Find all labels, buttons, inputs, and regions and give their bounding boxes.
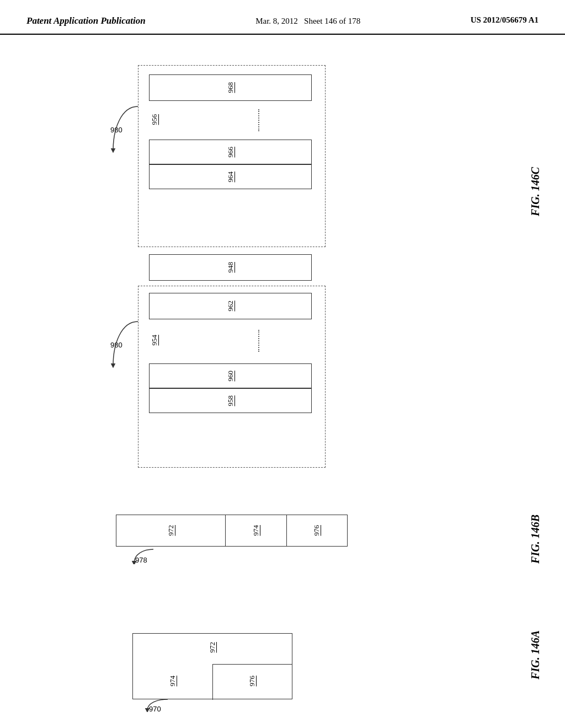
label-976-a: 976 — [247, 675, 258, 688]
publication-number: US 2012/056679 A1 — [471, 15, 539, 25]
label-974-b: 974 — [250, 524, 262, 537]
label-960: 960 — [225, 370, 236, 383]
box-958: 958 — [149, 388, 312, 413]
box-956-area: 956 — [149, 106, 276, 133]
box-954-area: 954 — [149, 327, 276, 354]
box-966: 966 — [149, 140, 312, 164]
box-968: 968 — [149, 74, 312, 101]
label-974-a: 974 — [167, 675, 178, 688]
label-958: 958 — [225, 394, 236, 408]
box-974-b: 974 — [226, 515, 286, 546]
box-976-a: 976 — [212, 663, 292, 699]
box-964: 964 — [149, 164, 312, 189]
label-956: 956 — [149, 113, 160, 126]
arrow-970 — [145, 697, 178, 712]
label-964: 964 — [225, 170, 236, 184]
box-974-a: 974 — [133, 663, 212, 699]
publication-date: Mar. 8, 2012 — [255, 17, 298, 25]
label-976-b: 976 — [311, 524, 322, 537]
label-948: 948 — [225, 261, 236, 274]
publication-title: Patent Application Publication — [26, 15, 146, 26]
arrow-980-top — [108, 101, 143, 156]
box-960: 960 — [149, 363, 312, 388]
label-966: 966 — [225, 146, 236, 159]
publication-meta: Mar. 8, 2012 Sheet 146 of 178 — [255, 15, 360, 27]
box-976-b: 976 — [287, 515, 347, 546]
main-content: FIG. 146C 968 956 966 964 948 962 954 96… — [0, 35, 565, 719]
label-972-a: 972 — [207, 641, 218, 654]
fig146b-label: FIG. 146B — [529, 515, 542, 564]
fig146a-outer: 972 974 976 — [132, 633, 292, 699]
label-962: 962 — [225, 299, 236, 313]
page-header: Patent Application Publication Mar. 8, 2… — [0, 0, 565, 35]
box-962: 962 — [149, 293, 312, 319]
box-972-a-area: 972 — [133, 634, 292, 661]
label-968: 968 — [225, 81, 236, 94]
fig146a-label: FIG. 146A — [529, 630, 542, 679]
dotted-line-954 — [258, 330, 259, 352]
label-972-b: 972 — [166, 524, 177, 537]
box-972-b: 972 — [116, 515, 226, 546]
fig146c-label: FIG. 146C — [529, 167, 542, 216]
label-954: 954 — [149, 334, 160, 347]
fig146b-container: 972 974 976 — [116, 515, 348, 547]
dotted-line-956 — [258, 109, 259, 131]
box-948: 948 — [149, 254, 312, 281]
sheet-info: Sheet 146 of 178 — [304, 17, 360, 25]
arrow-980-bottom — [108, 316, 143, 371]
arrow-978 — [131, 547, 164, 564]
